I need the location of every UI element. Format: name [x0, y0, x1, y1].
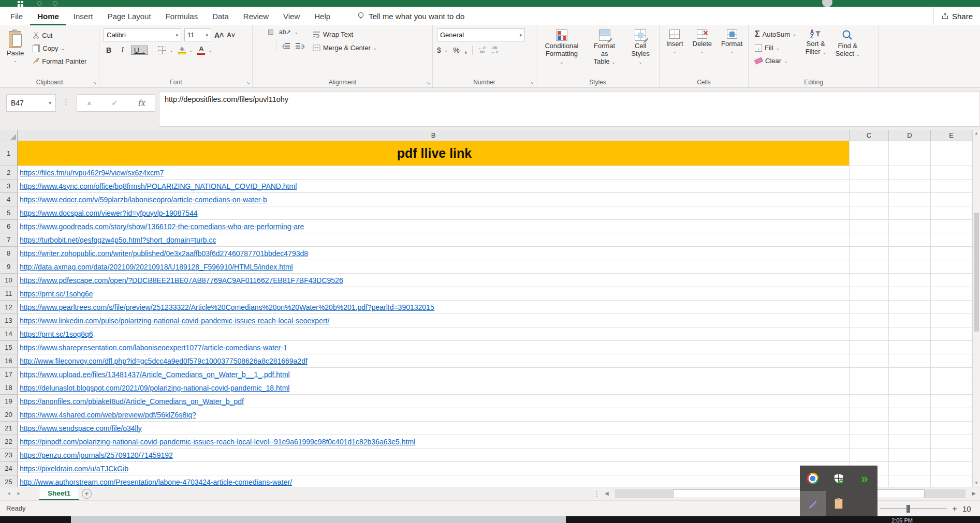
url-cell[interactable]: https://delunaslot.blogspot.com/2021/09/… [18, 381, 850, 395]
tray-feather-button[interactable] [800, 491, 826, 516]
font-color-button[interactable]: A ⌄ [197, 46, 212, 55]
cell-link[interactable]: https://www.docspal.com/viewer?id=yfpuyv… [20, 209, 198, 217]
empty-cell[interactable] [889, 462, 931, 475]
splitter-dots-icon[interactable]: ⋮ [593, 490, 600, 498]
empty-cell[interactable] [889, 287, 931, 301]
number-format-combo[interactable]: General ▾ [437, 28, 525, 41]
align-top-button[interactable] [257, 30, 261, 34]
empty-cell[interactable] [931, 354, 972, 368]
clipboard-dialog-launcher[interactable]: ↘ [93, 80, 97, 85]
orientation-button[interactable]: ab↗⌄ [279, 28, 298, 36]
merge-center-button[interactable]: Merge & Center ⌄ [311, 43, 379, 53]
increase-decimal-button[interactable]: ←.0.00 [478, 46, 486, 54]
format-as-table-button[interactable]: Format asTable ⌄ [587, 28, 622, 77]
align-left-button[interactable] [257, 44, 261, 48]
ribbon-tab-home[interactable]: Home [30, 7, 66, 25]
tell-me-box[interactable]: Tell me what you want to do [357, 11, 464, 21]
empty-cell[interactable] [931, 233, 972, 247]
font-name-combo[interactable]: Calibri ▾ [104, 28, 181, 41]
row-header[interactable]: 13 [0, 314, 18, 327]
sort-filter-button[interactable]: AZ Sort &Filter ⌄ [803, 28, 829, 77]
url-cell[interactable]: http://www.authorstream.com/Presentation… [18, 475, 850, 487]
empty-cell[interactable] [850, 180, 889, 193]
empty-cell[interactable] [889, 141, 931, 166]
empty-cell[interactable] [931, 449, 972, 462]
empty-cell[interactable] [850, 381, 889, 395]
empty-cell[interactable] [850, 247, 889, 260]
empty-cell[interactable] [889, 193, 931, 206]
share-button[interactable]: Share [933, 7, 980, 25]
zoom-slider-thumb[interactable] [906, 505, 910, 513]
row-header[interactable]: 21 [0, 422, 18, 435]
empty-cell[interactable] [850, 314, 889, 327]
column-header-C[interactable]: C [850, 130, 889, 141]
empty-cell[interactable] [931, 301, 972, 314]
empty-cell[interactable] [889, 314, 931, 327]
empty-cell[interactable] [931, 247, 972, 260]
copy-button[interactable]: Copy ⌄ [31, 43, 89, 53]
vertical-scrollbar[interactable]: ▲ ▼ [972, 130, 980, 487]
empty-cell[interactable] [889, 260, 931, 274]
sheet-nav-arrows[interactable]: ◂▸ [7, 490, 27, 497]
row-header[interactable]: 7 [0, 233, 18, 247]
empty-cell[interactable] [931, 274, 972, 287]
empty-cell[interactable] [850, 274, 889, 287]
zoom-in-button[interactable]: + [952, 504, 957, 514]
empty-cell[interactable] [889, 274, 931, 287]
cell-link[interactable]: https://anonfiles.com/pbiakeI8ud/Article… [20, 397, 244, 406]
row-header[interactable]: 24 [0, 462, 18, 475]
cell-link[interactable]: https://delunaslot.blogspot.com/2021/09/… [20, 384, 289, 392]
align-middle-button[interactable] [262, 30, 267, 34]
empty-cell[interactable] [850, 368, 889, 381]
empty-cell[interactable] [850, 395, 889, 408]
empty-cell[interactable] [850, 435, 889, 449]
url-cell[interactable]: https://turbobit.net/qesfqgzw4p5o.html?s… [18, 233, 850, 247]
column-header-B[interactable]: B [18, 130, 850, 141]
empty-cell[interactable] [931, 287, 972, 301]
cell-link[interactable]: https://www.sendspace.com/file/o34lly [20, 424, 142, 432]
cell-link[interactable]: http://www.fileconvoy.com/dfl.php?id=gc5… [20, 357, 308, 365]
empty-cell[interactable] [931, 314, 972, 327]
tray-clipboard-button[interactable] [826, 491, 852, 516]
paste-button[interactable]: Paste ⌄ [4, 28, 26, 77]
cell-link[interactable]: https://writer.zohopublic.com/writer/pub… [20, 249, 308, 258]
cell-link[interactable]: https://www.4shared.com/web/preview/pdf/… [20, 411, 196, 419]
empty-cell[interactable] [889, 395, 931, 408]
url-cell[interactable]: https://pinpdf.com/polarizing-national-c… [18, 435, 850, 449]
empty-cell[interactable] [889, 166, 931, 180]
ribbon-tab-insert[interactable]: Insert [66, 7, 100, 25]
borders-button[interactable]: ⌄ [158, 46, 173, 54]
row-header[interactable]: 6 [0, 220, 18, 233]
empty-cell[interactable] [850, 166, 889, 180]
empty-cell[interactable] [889, 233, 931, 247]
row-header[interactable]: 18 [0, 381, 18, 395]
url-cell[interactable]: https://writer.zohopublic.com/writer/pub… [18, 247, 850, 260]
column-header-D[interactable]: D [889, 130, 931, 141]
url-cell[interactable]: https://prnt.sc/1sohg6e [18, 287, 850, 301]
empty-cell[interactable] [889, 247, 931, 260]
cell-link[interactable]: https://pixeldrain.com/u/aTJCkGib [20, 465, 128, 473]
scroll-right-icon[interactable]: ▶ [972, 490, 976, 496]
taskbar-right-segment[interactable] [566, 516, 980, 523]
empty-cell[interactable] [850, 141, 889, 166]
cell-link[interactable]: http://www.authorstream.com/Presentation… [20, 478, 292, 486]
url-cell[interactable]: https://www.pearltrees.com/s/file/previe… [18, 301, 850, 314]
italic-button[interactable]: I [119, 46, 126, 55]
empty-cell[interactable] [889, 475, 931, 487]
sheet-tab-sheet1[interactable]: Sheet1 [39, 487, 79, 500]
format-painter-button[interactable]: Format Painter [31, 56, 89, 66]
cell-link[interactable]: https://www.edocr.com/v/59plarzb/labonis… [20, 196, 267, 204]
empty-cell[interactable] [931, 206, 972, 220]
cut-button[interactable]: Cut [31, 31, 89, 40]
row-header[interactable]: 11 [0, 287, 18, 301]
cell-link[interactable]: https://pinpdf.com/polarizing-national-c… [20, 438, 415, 446]
cell-styles-button[interactable]: CellStyles ⌄ [626, 28, 655, 77]
align-center-button[interactable] [262, 44, 267, 48]
ribbon-tab-view[interactable]: View [276, 7, 307, 25]
wrap-text-button[interactable]: Wrap Text [311, 29, 379, 39]
row-header[interactable]: 22 [0, 435, 18, 449]
empty-cell[interactable] [931, 381, 972, 395]
ribbon-tab-review[interactable]: Review [236, 7, 276, 25]
url-cell[interactable]: https://www.pdfescape.com/open/?DDCB8EE2… [18, 274, 850, 287]
empty-cell[interactable] [889, 341, 931, 354]
